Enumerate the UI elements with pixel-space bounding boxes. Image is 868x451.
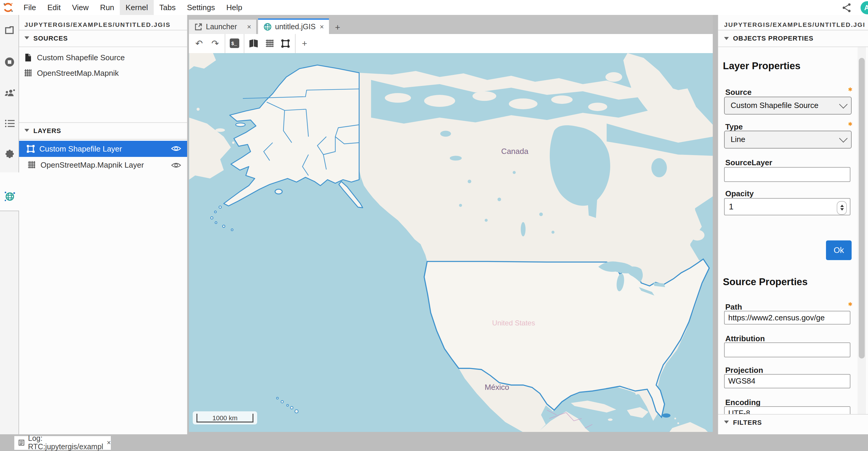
toolbar-separator [243,34,244,53]
redo-icon[interactable]: ↷ [207,36,223,51]
right-sidebar-panel: JUPYTERGIS/EXAMPLES/UNTITLED.JGIS OBJECT… [717,15,868,434]
opacity-field-label: Opacity [725,189,753,198]
tab-untitled-jgis[interactable]: untitled.jGIS × [258,19,329,34]
menu-file[interactable]: File [18,0,42,15]
share-icon[interactable] [841,2,852,13]
log-tab-label: Log: RTC:jupytergis/exampl [28,434,104,451]
user-avatar[interactable]: A [860,1,868,14]
jupytergis-globe-icon[interactable] [0,187,19,206]
tab-launcher[interactable]: Launcher × [189,20,256,34]
terminal-console-icon[interactable]: $_ [226,36,242,51]
map-ungava-bay [651,158,666,177]
menu-view[interactable]: View [66,0,94,15]
required-icon: ✱ [848,86,852,92]
type-select-value: Line [731,135,745,144]
map-canvas[interactable]: Canada United States México 1000 km [189,53,713,432]
source-item-osm-mapnik[interactable]: OpenStreetMap.Mapnik [24,66,182,80]
grid-icon [24,68,33,77]
dock-tab-bar: Launcher × untitled.jGIS × + [189,15,713,34]
right-panel-breadcrumb: JUPYTERGIS/EXAMPLES/UNTITLED.JGIS [724,20,865,29]
map-svg: Canada United States México 1000 km [189,53,713,432]
extensions-icon[interactable] [0,144,19,164]
tab-label: Launcher [206,23,237,31]
grid-icon [27,161,36,169]
objects-properties-header[interactable]: OBJECTS PROPERTIES [724,30,861,47]
map-james-bay [587,198,597,218]
menubar-right: A [841,1,868,14]
visibility-eye-icon[interactable] [171,161,181,169]
collapse-icon [25,129,29,132]
menu-settings[interactable]: Settings [181,0,220,15]
menu-kernel[interactable]: Kernel [120,0,153,15]
filters-section-title: FILTERS [733,419,762,426]
menu-help[interactable]: Help [220,0,248,15]
layer-item-label: Custom Shapefile Layer [39,144,171,153]
screen: File Edit View Run Kernel Tabs Settings … [0,0,868,451]
menu-bar: File Edit View Run Kernel Tabs Settings … [0,0,868,15]
log-console-tab[interactable]: Log: RTC:jupytergis/exampl × [14,436,111,450]
layers-section-header[interactable]: LAYERS [25,122,179,138]
close-icon[interactable]: × [247,23,251,31]
sourcelayer-input[interactable] [724,167,850,182]
menu-run[interactable]: Run [94,0,120,15]
layer-item-label: OpenStreetMap.Mapnik Layer [40,161,171,169]
attribution-input[interactable] [724,342,850,357]
layer-item-osm-mapnik[interactable]: OpenStreetMap.Mapnik Layer [19,158,187,172]
activity-bar-bottom [0,210,19,435]
layer-item-custom-shapefile[interactable]: Custom Shapefile Layer [19,140,187,157]
new-tab-button[interactable]: + [331,21,344,33]
type-field-label: Type [725,122,743,131]
stepper-arrows-icon[interactable] [837,201,847,215]
visibility-eye-icon[interactable] [171,145,181,152]
source-item-label: OpenStreetMap.Mapnik [37,68,182,77]
undo-icon[interactable]: ↶ [191,36,207,51]
type-select[interactable]: Line [724,130,851,148]
ok-button[interactable]: Ok [826,240,851,260]
map-label-united-states: United States [492,318,535,327]
left-sidebar-panel: JUPYTERGIS/EXAMPLES/UNTITLED.JGIS SOURCE… [19,15,188,434]
source-select-value: Custom Shapefile Source [731,101,818,110]
close-icon[interactable]: × [320,23,324,31]
running-kernels-icon[interactable] [0,52,19,71]
properties-scroll-area[interactable]: Layer Properties Source ✱ Custom Shapefi… [718,47,868,414]
status-bar: Log: RTC:jupytergis/exampl × [0,434,868,451]
collapse-icon [724,37,729,40]
layers-section-title: LAYERS [33,127,61,134]
path-input[interactable] [724,311,850,324]
scrollbar-thumb[interactable] [859,58,865,359]
objects-properties-title: OBJECTS PROPERTIES [733,35,813,42]
map-puerto-rico-counties [662,413,670,417]
activity-bar [0,15,19,434]
opacity-stepper[interactable]: 1 [724,198,850,215]
menu-edit[interactable]: Edit [42,0,66,15]
sources-section-header[interactable]: SOURCES [25,30,179,46]
collapse-icon [25,36,29,39]
source-select[interactable]: Custom Shapefile Source [724,96,851,114]
vector-square-icon[interactable] [277,36,293,51]
encoding-input[interactable] [724,406,850,414]
path-field-label: Path [725,302,742,311]
left-panel-breadcrumb: JUPYTERGIS/EXAMPLES/UNTITLED.JGIS [25,20,182,29]
filters-section-header[interactable]: FILTERS [724,414,861,430]
source-item-label: Custom Shapefile Source [37,53,182,62]
sources-section-title: SOURCES [33,34,68,41]
plus-icon[interactable]: + [297,36,313,51]
open-book-icon[interactable] [245,36,261,51]
table-of-contents-icon[interactable] [0,114,19,133]
menu-tabs[interactable]: Tabs [154,0,182,15]
file-browser-icon[interactable] [0,21,19,40]
toolbar-separator [224,34,225,53]
source-properties-title: Source Properties [723,276,807,287]
collaboration-icon[interactable] [0,84,19,103]
svg-text:$_: $_ [231,41,237,47]
map-label-mexico: México [484,383,509,391]
source-item-custom-shapefile[interactable]: Custom Shapefile Source [24,50,182,64]
projection-input[interactable] [724,374,850,388]
close-icon[interactable]: × [107,439,111,446]
grid-icon[interactable] [261,36,277,51]
source-field-label: Source [725,87,751,96]
map-newfoundland [690,229,704,240]
jupyterlab-window: File Edit View Run Kernel Tabs Settings … [0,0,868,451]
chevron-down-icon [839,134,847,142]
map-label-canada: Canada [501,146,528,156]
